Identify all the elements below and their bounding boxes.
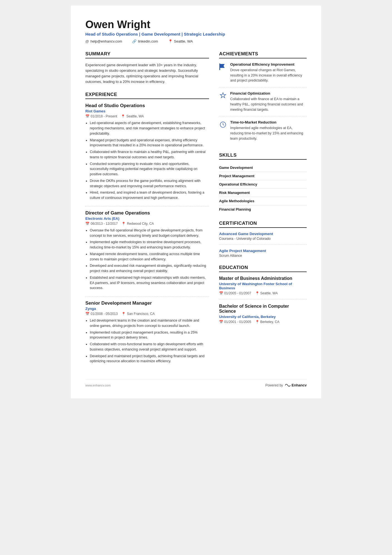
pin-icon: 📍 — [121, 312, 126, 316]
candidate-title: Head of Studio Operations | Game Develop… — [85, 32, 307, 36]
achievements-section: ACHIEVEMENTS Operational Efficiency Impr… — [219, 51, 307, 145]
achievement-3-title: Time-to-Market Reduction — [230, 120, 307, 124]
achievement-2-text: Collaborated with finance at EA to maint… — [230, 97, 307, 112]
bullet: Conducted scenario planning to evaluate … — [90, 161, 209, 177]
achievement-3: Time-to-Market Reduction Implemented agi… — [219, 120, 307, 145]
job-2-location: 📍 Redwood City, CA — [121, 222, 154, 226]
achievements-title: ACHIEVEMENTS — [219, 51, 307, 58]
job-3-date: 📅 01/2008 - 05/2013 — [85, 312, 118, 316]
bullet: Developed and maintained project budgets… — [90, 354, 209, 364]
calendar-icon: 📅 — [85, 312, 90, 316]
left-column: SUMMARY Experienced game development lea… — [85, 51, 209, 371]
enhancv-logo: Enhancv — [285, 383, 307, 387]
achievement-3-text: Implemented agile methodologies at EA, r… — [230, 125, 307, 141]
bullet: Managed remote development teams, coordi… — [90, 251, 209, 262]
edu-1-meta: 📅 01/2005 - 01/2007 📍 Seattle, WA — [219, 291, 307, 295]
right-column: ACHIEVEMENTS Operational Efficiency Impr… — [219, 51, 307, 371]
edu-1-school: University of Washington Foster School o… — [219, 282, 307, 290]
education-section: EDUCATION Master of Business Administrat… — [219, 265, 307, 324]
email-contact: @ help@enhancv.com — [85, 39, 122, 43]
footer: www.enhancv.com Powered by Enhancv — [85, 379, 307, 387]
achievement-1: Operational Efficiency Improvement Drove… — [219, 62, 307, 87]
clock-icon — [219, 121, 227, 129]
pin-icon: 📍 — [255, 320, 259, 324]
job-2-date: 📅 06/2013 - 12/2017 — [85, 222, 118, 226]
main-columns: SUMMARY Experienced game development lea… — [85, 51, 307, 371]
bullet: Established and maintained high-impact r… — [90, 275, 209, 291]
calendar-icon: 📅 — [219, 291, 223, 295]
resume-page: Owen Wright Head of Studio Operations | … — [71, 6, 321, 398]
experience-section: EXPERIENCE Head of Studio Operations Rio… — [85, 92, 209, 364]
job-1-title: Head of Studio Operations — [85, 103, 209, 108]
bullet: Implemented robust project management pr… — [90, 330, 209, 341]
edu-2-date: 📅 01/2001 - 01/2005 — [219, 320, 251, 324]
edu-2: Bachelor of Science in Computer Science … — [219, 304, 307, 324]
edu-2-meta: 📅 01/2001 - 01/2005 📍 Berkeley, CA — [219, 320, 307, 324]
bullet: Implemented agile methodologies to strea… — [90, 240, 209, 250]
location-contact: 📍 Seattle, WA — [168, 39, 193, 43]
bullet: Led development teams in the creation an… — [90, 318, 209, 329]
skill-6: Financial Planning — [219, 205, 307, 213]
bullet: Collaborated with finance to maintain a … — [90, 149, 209, 160]
bullet: Collaborated with cross-functional teams… — [90, 342, 209, 352]
pin-icon: 📍 — [121, 114, 125, 118]
cert-1-name: Advanced Game Development — [219, 232, 307, 236]
achievement-1-title: Operational Efficiency Improvement — [230, 62, 307, 66]
job-1-bullets: Led operational aspects of game developm… — [85, 120, 209, 201]
edu-2-school: University of California, Berkeley — [219, 315, 307, 319]
job-2-bullets: Oversaw the full operational lifecycle o… — [85, 228, 209, 291]
job-2: Director of Game Operations Electronic A… — [85, 210, 209, 291]
header: Owen Wright Head of Studio Operations | … — [85, 19, 307, 43]
achievement-2-title: Financial Optimization — [230, 91, 307, 95]
skills-title: SKILLS — [219, 152, 307, 160]
job-3-meta: 📅 01/2008 - 05/2013 📍 San Francisco, CA — [85, 312, 209, 316]
pin-icon: 📍 — [255, 291, 259, 295]
job-2-meta: 📅 06/2013 - 12/2017 📍 Redwood City, CA — [85, 222, 209, 226]
job-1-meta: 📅 01/2018 - Present 📍 Seattle, WA — [85, 114, 209, 118]
edu-1-degree: Master of Business Administration — [219, 276, 307, 281]
edu-1: Master of Business Administration Univer… — [219, 276, 307, 299]
cert-2-org: Scrum Alliance — [219, 254, 307, 258]
job-3-title: Senior Development Manager — [85, 300, 209, 306]
achievement-1-content: Operational Efficiency Improvement Drove… — [230, 62, 307, 83]
bullet: Hired, mentored, and inspired a team of … — [90, 190, 209, 201]
brand-name: Enhancv — [292, 383, 307, 387]
bullet: Developed and executed risk management s… — [90, 263, 209, 274]
job-1-company: Riot Games — [85, 109, 209, 113]
cert-2-name: Agile Project Management — [219, 249, 307, 253]
achievement-1-text: Drove operational changes at Riot Games,… — [230, 68, 307, 83]
job-2-company: Electronic Arts (EA) — [85, 216, 209, 221]
certification-section: CERTIFICATION Advanced Game Development … — [219, 221, 307, 258]
certification-title: CERTIFICATION — [219, 221, 307, 228]
cert-1-org: Coursera - University of Colorado — [219, 237, 307, 241]
job-divider — [85, 296, 209, 297]
job-3-location: 📍 San Francisco, CA — [121, 312, 155, 316]
star-icon — [219, 92, 227, 100]
bullet: Drove the OKRs process for the game port… — [90, 178, 209, 189]
summary-text: Experienced game development leader with… — [85, 62, 209, 85]
bullet: Oversaw the full operational lifecycle o… — [90, 228, 209, 238]
bullet: Managed project budgets and operational … — [90, 138, 209, 148]
skill-5: Agile Methodologies — [219, 197, 307, 205]
summary-section: SUMMARY Experienced game development lea… — [85, 51, 209, 85]
achievement-2: Financial Optimization Collaborated with… — [219, 91, 307, 116]
candidate-name: Owen Wright — [85, 19, 307, 31]
contact-info: @ help@enhancv.com 🔗 linkedin.com 📍 Seat… — [85, 39, 307, 43]
education-title: EDUCATION — [219, 265, 307, 272]
job-3-bullets: Led development teams in the creation an… — [85, 318, 209, 364]
edu-1-date: 📅 01/2005 - 01/2007 — [219, 291, 251, 295]
pin-icon: 📍 — [121, 222, 126, 226]
achievement-2-content: Financial Optimization Collaborated with… — [230, 91, 307, 112]
summary-title: SUMMARY — [85, 51, 209, 58]
linkedin-contact: 🔗 linkedin.com — [132, 39, 158, 43]
job-1-location: 📍 Seattle, WA — [121, 114, 144, 118]
bullet: Led operational aspects of game developm… — [90, 120, 209, 136]
edu-1-location: 📍 Seattle, WA — [255, 291, 278, 295]
job-3: Senior Development Manager Zynga 📅 01/20… — [85, 300, 209, 364]
edu-2-degree: Bachelor of Science in Computer Science — [219, 304, 307, 314]
job-3-company: Zynga — [85, 307, 209, 311]
job-divider — [85, 206, 209, 206]
powered-by-label: Powered by — [265, 383, 283, 387]
job-1-date: 📅 01/2018 - Present — [85, 114, 117, 118]
job-1: Head of Studio Operations Riot Games 📅 0… — [85, 103, 209, 201]
